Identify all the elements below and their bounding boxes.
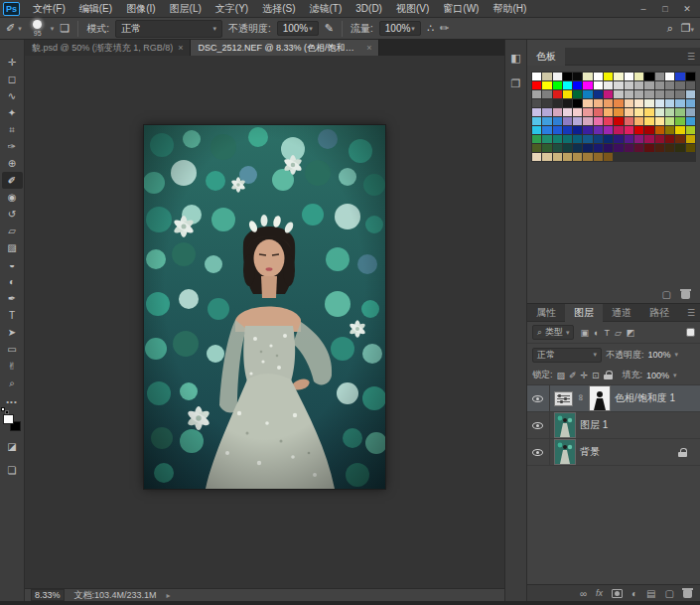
tab-通道[interactable]: 通道 <box>603 304 640 322</box>
panel-menu-icon[interactable]: ☰ <box>687 52 695 62</box>
filter-shape-layers-icon[interactable]: ▱ <box>615 328 622 338</box>
swatch-0-6[interactable] <box>594 73 603 80</box>
swatch-9-0[interactable] <box>532 153 541 161</box>
swatch-8-0[interactable] <box>532 144 541 152</box>
layer-blend-mode-select[interactable]: 正常 ▾ <box>532 348 602 363</box>
path-selection-tool[interactable]: ➤ <box>2 324 23 341</box>
swatch-2-4[interactable] <box>573 90 582 98</box>
swatch-5-1[interactable] <box>542 117 551 125</box>
swatch-5-6[interactable] <box>594 117 603 125</box>
swatch-6-13[interactable] <box>665 126 674 134</box>
filter-smart-objects-icon[interactable]: ◩ <box>627 328 635 338</box>
swatch-3-4[interactable] <box>573 99 582 107</box>
swatch-5-15[interactable] <box>686 117 695 125</box>
add-layer-mask-icon[interactable] <box>612 589 623 598</box>
swatch-4-1[interactable] <box>542 108 551 116</box>
swatch-6-11[interactable] <box>644 126 653 134</box>
swatch-2-9[interactable] <box>625 90 633 98</box>
blend-mode-select[interactable]: 正常 ▾ <box>115 20 222 38</box>
swatch-8-14[interactable] <box>675 144 684 152</box>
swatch-2-10[interactable] <box>634 90 643 98</box>
swatch-9-4[interactable] <box>573 153 582 161</box>
swatch-5-3[interactable] <box>563 117 572 125</box>
close-button[interactable]: ✕ <box>676 1 698 17</box>
lock-image-pixels-icon[interactable]: ✐ <box>569 371 577 380</box>
delete-swatch-button[interactable] <box>681 289 690 299</box>
panel-menu-icon[interactable]: ☰ <box>687 308 695 318</box>
brush-tool-icon[interactable]: ✐ <box>6 22 15 35</box>
layer-thumbnail[interactable] <box>555 413 575 437</box>
swatch-5-9[interactable] <box>625 117 633 125</box>
swatch-6-3[interactable] <box>563 126 572 134</box>
layer-filter-type-select[interactable]: ⌕ 类型 ▾ <box>532 325 575 340</box>
swatch-3-10[interactable] <box>634 99 643 107</box>
tab-close-icon[interactable]: × <box>366 43 371 53</box>
swatch-3-11[interactable] <box>644 99 653 107</box>
menu-编辑(E)[interactable]: 编辑(E) <box>72 0 119 17</box>
new-swatch-button[interactable]: ▢ <box>662 289 671 300</box>
swatch-1-10[interactable] <box>634 81 643 89</box>
swatch-1-14[interactable] <box>675 81 684 89</box>
swatch-4-14[interactable] <box>675 108 684 116</box>
marquee-tool[interactable]: ◻ <box>2 71 23 87</box>
swatch-8-12[interactable] <box>655 144 664 152</box>
quick-mask-button[interactable]: ◪ <box>2 438 23 455</box>
crop-tool[interactable]: ⌗ <box>2 121 23 138</box>
swatch-7-11[interactable] <box>644 135 653 143</box>
swatch-3-0[interactable] <box>532 99 541 107</box>
swatch-9-5[interactable] <box>583 153 592 161</box>
edit-toolbar-button[interactable]: ••• <box>6 397 17 406</box>
swatch-8-2[interactable] <box>553 144 562 152</box>
foreground-background-colors[interactable] <box>3 414 21 431</box>
swatch-0-4[interactable] <box>573 73 582 80</box>
layer-visibility-toggle[interactable] <box>527 439 550 465</box>
swatch-8-4[interactable] <box>573 144 582 152</box>
swatch-4-5[interactable] <box>583 108 592 116</box>
brush-picker-dropdown-icon[interactable]: ▾ <box>51 25 55 33</box>
swatch-1-12[interactable] <box>655 81 664 89</box>
layer-filter-toggle[interactable] <box>686 328 695 337</box>
swatch-6-15[interactable] <box>686 126 695 134</box>
swatch-3-15[interactable] <box>686 99 695 107</box>
swatch-0-10[interactable] <box>634 73 643 80</box>
swatch-7-4[interactable] <box>573 135 582 143</box>
swatch-4-3[interactable] <box>563 108 572 116</box>
swatch-0-8[interactable] <box>614 73 623 80</box>
menu-文字(Y)[interactable]: 文字(Y) <box>209 0 255 17</box>
swatch-4-0[interactable] <box>532 108 541 116</box>
swatch-8-7[interactable] <box>604 144 613 152</box>
swatch-3-8[interactable] <box>614 99 623 107</box>
swatch-0-15[interactable] <box>686 73 695 80</box>
swatch-5-2[interactable] <box>553 117 562 125</box>
layer-row-1[interactable]: ∞色相/饱和度 1 <box>527 385 700 412</box>
collapsed-adjustments-panel-icon[interactable]: ❐ <box>506 76 524 91</box>
swatch-7-7[interactable] <box>604 135 613 143</box>
status-options-chevron-icon[interactable]: ▸ <box>167 591 171 600</box>
swatch-6-7[interactable] <box>604 126 613 134</box>
swatch-8-11[interactable] <box>644 144 653 152</box>
filter-pixel-layers-icon[interactable]: ▣ <box>580 328 589 338</box>
swatch-6-2[interactable] <box>553 126 562 134</box>
swatch-7-2[interactable] <box>553 135 562 143</box>
swatch-0-5[interactable] <box>583 73 592 80</box>
swatch-9-6[interactable] <box>594 153 603 161</box>
swatch-3-7[interactable] <box>604 99 613 107</box>
new-adjustment-layer-icon[interactable]: ◐ <box>631 588 637 599</box>
tool-preset-dropdown-icon[interactable]: ▾ <box>18 25 22 33</box>
foreground-color-swatch[interactable] <box>3 414 14 424</box>
swatch-0-7[interactable] <box>604 73 613 80</box>
tab-属性[interactable]: 属性 <box>527 304 565 322</box>
menu-选择(S)[interactable]: 选择(S) <box>255 0 302 17</box>
swatch-1-3[interactable] <box>563 81 572 89</box>
tab-路径[interactable]: 路径 <box>640 304 678 322</box>
swatch-6-5[interactable] <box>583 126 592 134</box>
swatch-3-14[interactable] <box>675 99 684 107</box>
canvas-pasteboard[interactable] <box>25 56 504 588</box>
healing-brush-tool[interactable]: ⊕ <box>2 155 23 172</box>
swatch-7-0[interactable] <box>532 135 541 143</box>
brush-preset-picker[interactable]: 95 <box>28 20 48 37</box>
swatch-1-7[interactable] <box>604 81 613 89</box>
clone-stamp-tool[interactable]: ◉ <box>2 189 23 206</box>
swatch-4-15[interactable] <box>686 108 695 116</box>
menu-文件(F)[interactable]: 文件(F) <box>26 0 72 17</box>
